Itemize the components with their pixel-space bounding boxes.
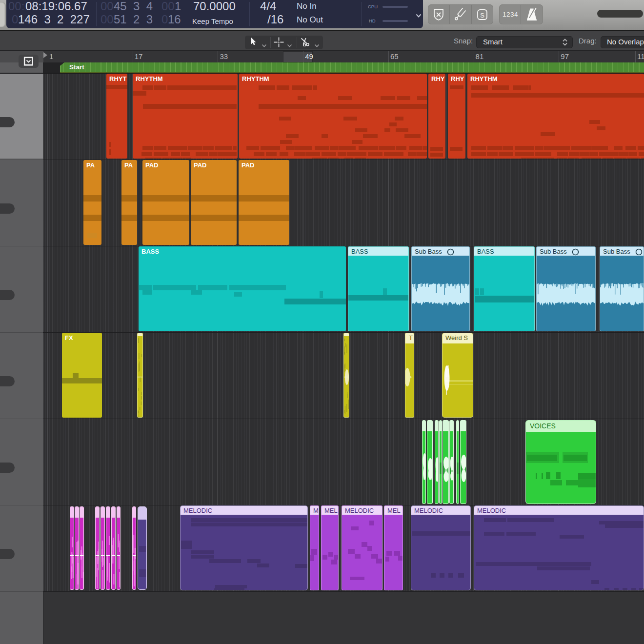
svg-text:S: S	[480, 12, 484, 19]
